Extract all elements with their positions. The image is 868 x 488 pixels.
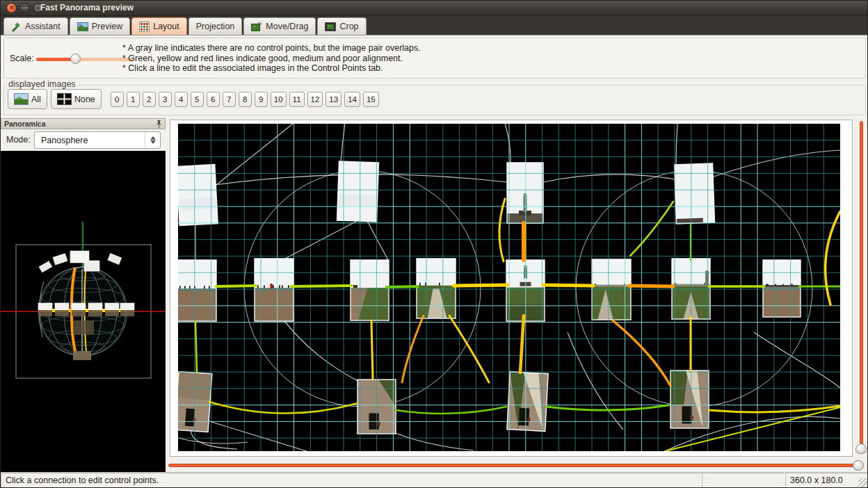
status-field-2	[702, 473, 785, 488]
window-title: Fast Panorama preview	[40, 3, 134, 13]
image-toggle-button-7[interactable]: 7	[223, 92, 236, 107]
tab-crop[interactable]: Crop	[317, 17, 366, 35]
vertical-slider-track	[860, 121, 863, 449]
layout-image-thumbnail[interactable]	[255, 259, 294, 321]
mode-label: Mode:	[6, 135, 31, 145]
control-point-connection[interactable]	[216, 286, 256, 286]
tab-preview[interactable]: GLPreview	[70, 17, 130, 35]
layout-image-thumbnail[interactable]	[351, 260, 389, 320]
layout-image-thumbnail[interactable]	[670, 371, 709, 428]
image-toggle-button-15[interactable]: 15	[363, 92, 379, 107]
control-point-connection[interactable]	[543, 285, 593, 286]
image-toggle-button-11[interactable]: 11	[289, 92, 305, 107]
hint-notes: * A gray line indicates there are no con…	[122, 43, 421, 74]
scale-label: Scale:	[10, 54, 34, 63]
show-none-button[interactable]: None	[51, 89, 102, 109]
combobox-spinner[interactable]	[145, 132, 160, 148]
layout-image-thumbnail[interactable]	[178, 260, 216, 321]
displayed-images-label: displayed images	[6, 79, 78, 89]
image-toggle-button-0[interactable]: 0	[111, 92, 124, 107]
move-drag-icon	[251, 22, 262, 31]
tab-label: Layout	[153, 22, 179, 31]
image-toggle-button-6[interactable]: 6	[207, 92, 220, 107]
horizontal-slider-track	[168, 464, 858, 467]
tab-label: Preview	[92, 22, 122, 31]
panel-header[interactable]: Panoramica	[1, 118, 166, 129]
tab-projection[interactable]: Projection	[188, 17, 243, 35]
fast-panorama-preview-window: ✕ — ▢ Fast Panorama preview AssistantGLP…	[0, 0, 868, 488]
svg-text:GL: GL	[79, 23, 83, 26]
mode-value: Panosphere	[41, 136, 88, 145]
scale-slider[interactable]	[36, 54, 134, 64]
tab-label: Projection	[196, 22, 235, 31]
tab-label: Assistant	[25, 22, 61, 31]
image-toggle-button-1[interactable]: 1	[127, 92, 140, 107]
layout-image-thumbnail[interactable]	[178, 371, 212, 432]
displayed-images-group: displayed images All None 012345678910	[3, 79, 866, 115]
pin-icon[interactable]	[155, 120, 163, 129]
show-all-button[interactable]: All	[8, 89, 47, 109]
scale-slider-fill	[36, 58, 75, 61]
resize-grip[interactable]	[858, 478, 867, 487]
image-toggle-button-2[interactable]: 2	[143, 92, 156, 107]
image-toggle-button-4[interactable]: 4	[175, 92, 188, 107]
spin-down-icon	[150, 140, 156, 144]
mode-row: Mode: Panosphere	[1, 129, 166, 151]
spin-up-icon	[150, 136, 156, 140]
hint-note-gray: * A gray line indicates there are no con…	[122, 43, 421, 54]
image-toggle-button-3[interactable]: 3	[159, 92, 172, 107]
layout-image-thumbnail[interactable]	[507, 163, 543, 223]
image-toggle-button-10[interactable]: 10	[271, 92, 287, 107]
layout-image-thumbnail[interactable]	[675, 163, 715, 224]
panosphere-3d-view[interactable]	[1, 151, 166, 472]
hint-note-colors: * Green, yellow and red lines indicate g…	[122, 54, 421, 64]
tab-move-drag[interactable]: Move/Drag	[243, 17, 316, 35]
control-point-connection[interactable]	[371, 320, 373, 380]
image-toggle-button-8[interactable]: 8	[239, 92, 252, 107]
layout-canvas-area	[166, 117, 868, 472]
vertical-view-slider[interactable]	[855, 120, 867, 459]
assistant-icon	[11, 22, 22, 32]
layout-icon	[139, 22, 150, 32]
layout-canvas-frame	[170, 120, 853, 457]
no-images-icon	[57, 93, 72, 105]
vertical-slider-thumb[interactable]	[855, 444, 867, 454]
status-message: Click a connection to edit control point…	[1, 473, 702, 488]
hint-note-click: * Click a line to edit the associated im…	[122, 63, 421, 74]
mode-combobox[interactable]: Panosphere	[34, 131, 161, 149]
layout-image-thumbnail[interactable]	[763, 260, 801, 317]
status-bar: Click a connection to edit control point…	[1, 472, 868, 488]
tab-layout[interactable]: Layout	[131, 17, 187, 35]
control-point-connection[interactable]	[387, 286, 418, 287]
minimize-button[interactable]: —	[19, 3, 30, 13]
image-toggle-button-13[interactable]: 13	[326, 92, 341, 107]
image-toggle-button-12[interactable]: 12	[307, 92, 323, 107]
layout-canvas[interactable]	[178, 124, 840, 451]
preview-icon: GL	[77, 22, 88, 31]
control-point-connection[interactable]	[453, 285, 508, 286]
image-toggle-buttons: 0123456789101112131415	[111, 92, 379, 107]
image-toggle-button-9[interactable]: 9	[255, 92, 268, 107]
panosphere-panel: Panoramica Mode: Panosphere	[1, 117, 166, 472]
horizontal-view-slider[interactable]	[168, 459, 865, 471]
image-toggle-button-14[interactable]: 14	[344, 92, 360, 107]
image-toggle-button-5[interactable]: 5	[191, 92, 204, 107]
all-images-icon	[14, 93, 29, 105]
info-panel: Scale: * A gray line indicates there are…	[3, 38, 866, 79]
titlebar: ✕ — ▢ Fast Panorama preview	[1, 1, 867, 16]
tab-assistant[interactable]: Assistant	[3, 17, 68, 35]
control-point-connection[interactable]	[291, 286, 352, 286]
crop-icon	[325, 22, 336, 31]
scale-slider-thumb[interactable]	[70, 54, 81, 64]
layout-image-thumbnail[interactable]	[417, 259, 456, 318]
tab-label: Move/Drag	[266, 22, 308, 31]
horizontal-slider-thumb[interactable]	[853, 460, 864, 471]
tab-bar: AssistantGLPreviewLayoutProjectionMove/D…	[1, 16, 867, 35]
tab-label: Crop	[339, 22, 358, 31]
close-button[interactable]: ✕	[6, 3, 17, 13]
status-dimensions: 360.0 x 180.0	[785, 473, 868, 488]
control-point-connection[interactable]	[629, 286, 673, 286]
